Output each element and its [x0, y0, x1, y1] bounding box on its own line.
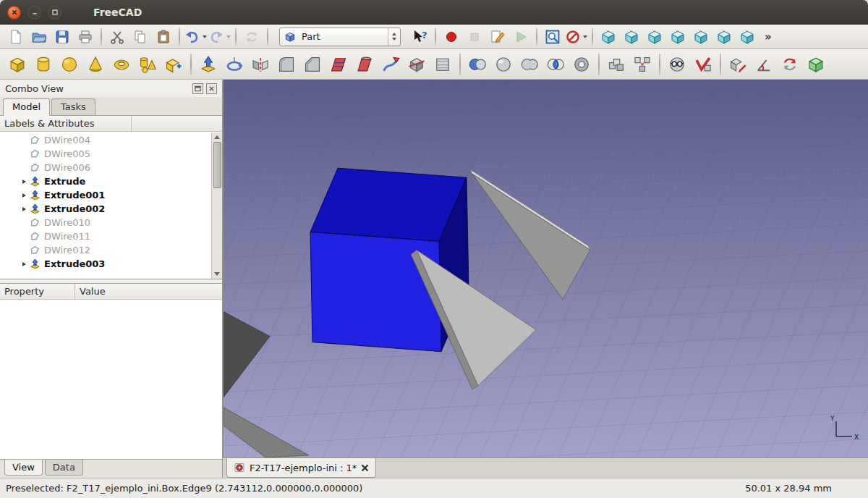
revolve-button[interactable] — [222, 51, 247, 77]
tree-item-label: DWire004 — [44, 135, 90, 145]
cube-front-face[interactable] — [310, 232, 441, 351]
tab-view[interactable]: View — [4, 460, 43, 476]
mirror-button[interactable] — [248, 51, 273, 77]
scroll-up-icon[interactable] — [214, 135, 220, 139]
toolbar-separator — [598, 54, 600, 75]
macro-stop-button[interactable] — [464, 27, 485, 47]
document-tab[interactable]: F2-T17-ejemplo-ini : 1* — [226, 458, 376, 478]
explode-compound-button[interactable] — [630, 51, 655, 77]
expander-icon[interactable] — [19, 180, 30, 184]
expander-icon[interactable] — [19, 193, 30, 198]
torus-button[interactable] — [109, 51, 134, 77]
undo-button[interactable] — [184, 27, 207, 47]
tree-item-extrude[interactable]: Extrude — [0, 174, 222, 188]
view-rear-button[interactable] — [690, 27, 712, 47]
close-document-icon[interactable] — [361, 464, 369, 472]
chamfer-button[interactable] — [300, 51, 325, 77]
boolean-intersection-button[interactable] — [543, 51, 568, 77]
tree-item-extrude001[interactable]: Extrude001 — [0, 188, 222, 202]
tree-item-dwire012[interactable]: DWire012 — [0, 243, 222, 257]
draw-style-button[interactable] — [565, 27, 587, 47]
scrollbar-handle[interactable] — [213, 142, 221, 188]
open-document-button[interactable] — [28, 27, 50, 47]
fillet-button[interactable] — [274, 51, 299, 77]
window-minimize-button[interactable] — [27, 6, 41, 20]
window-close-button[interactable] — [7, 6, 21, 20]
cylinder-button[interactable] — [31, 51, 56, 77]
dropdown-arrow-icon[interactable] — [226, 35, 231, 38]
view-left-button[interactable] — [736, 27, 758, 47]
refresh-button[interactable] — [241, 27, 263, 47]
tab-tasks[interactable]: Tasks — [51, 98, 95, 115]
workbench-selector[interactable]: Part — [279, 28, 401, 46]
tree-scrollbar[interactable] — [211, 132, 222, 279]
boolean-cut-button[interactable] — [465, 51, 490, 77]
expander-icon[interactable] — [19, 207, 30, 211]
undo-icon — [184, 29, 200, 45]
tree-item-extrude003[interactable]: Extrude003 — [0, 257, 222, 271]
defeaturing-button[interactable] — [691, 51, 715, 77]
make-compound-button[interactable] — [604, 51, 629, 77]
shape-builder-button[interactable] — [161, 51, 186, 77]
combo-spinner-icon[interactable] — [388, 28, 400, 46]
fit-all-button[interactable] — [542, 27, 563, 47]
cone-button[interactable] — [83, 51, 108, 77]
print-document-button[interactable] — [75, 27, 96, 47]
view-right-button[interactable] — [667, 27, 689, 47]
view-bottom-button[interactable] — [713, 27, 735, 47]
value-column-header[interactable]: Value — [75, 284, 222, 299]
expander-icon[interactable] — [19, 262, 30, 266]
refresh-measurement-button[interactable] — [778, 51, 802, 77]
view-front-button[interactable] — [621, 27, 642, 47]
dropdown-arrow-icon[interactable] — [583, 35, 587, 38]
dropdown-arrow-icon[interactable] — [203, 35, 207, 38]
check-geometry-button[interactable] — [665, 51, 689, 77]
tree-item-dwire010[interactable]: DWire010 — [0, 216, 222, 229]
panel-float-button[interactable] — [192, 83, 203, 94]
tab-model[interactable]: Model — [3, 98, 50, 116]
cube-top-face[interactable] — [310, 168, 467, 241]
tree-header-label[interactable]: Labels & Attributes — [0, 116, 132, 131]
tree-item-dwire006[interactable]: DWire006 — [0, 161, 222, 174]
copy-button[interactable] — [129, 27, 151, 47]
scroll-down-icon[interactable] — [214, 272, 220, 276]
tree-item-dwire004[interactable]: DWire004 — [0, 133, 222, 147]
tree-item-extrude002[interactable]: Extrude002 — [0, 202, 222, 216]
toolbar-overflow[interactable]: » — [762, 30, 775, 43]
save-document-button[interactable] — [51, 27, 73, 47]
macro-record-button[interactable] — [441, 27, 462, 47]
property-column-header[interactable]: Property — [0, 284, 75, 299]
tree-item-dwire005[interactable]: DWire005 — [0, 147, 222, 161]
view-isometric-button[interactable] — [597, 27, 619, 47]
sweep-button[interactable] — [378, 51, 403, 77]
whats-this-button[interactable]: ? — [409, 27, 430, 47]
redo-button[interactable] — [208, 27, 231, 47]
macro-edit-button[interactable] — [487, 27, 509, 47]
section-button[interactable] — [404, 51, 429, 77]
create-primitives-button[interactable] — [135, 51, 160, 77]
tab-data[interactable]: Data — [45, 460, 83, 476]
3d-viewport-canvas[interactable]: Y X — [224, 80, 868, 457]
sphere-button[interactable] — [57, 51, 82, 77]
extrude-button[interactable] — [196, 51, 221, 77]
new-document-button[interactable] — [5, 27, 27, 47]
ruled-surface-button[interactable] — [326, 51, 351, 77]
paste-button[interactable] — [153, 27, 174, 47]
cut-button[interactable] — [106, 27, 128, 47]
toolbar-separator — [592, 28, 593, 46]
window-maximize-button[interactable] — [48, 6, 61, 20]
loft-button[interactable] — [352, 51, 377, 77]
measure-angular-button[interactable] — [752, 51, 776, 77]
view-top-button[interactable] — [644, 27, 665, 47]
measure-linear-button[interactable] — [726, 51, 750, 77]
cross-sections-button[interactable] — [430, 51, 455, 77]
box-button[interactable] — [5, 51, 30, 77]
toggle-measurement-button[interactable] — [804, 51, 828, 77]
macro-play-button[interactable] — [510, 27, 532, 47]
tree-item-dwire011[interactable]: DWire011 — [0, 229, 222, 243]
panel-close-button[interactable] — [206, 83, 217, 94]
boolean-union-button[interactable] — [517, 51, 542, 77]
3d-viewport[interactable]: Y X — [223, 80, 868, 457]
boolean-operation-button[interactable] — [491, 51, 516, 77]
boolean-xor-button[interactable] — [569, 51, 594, 77]
